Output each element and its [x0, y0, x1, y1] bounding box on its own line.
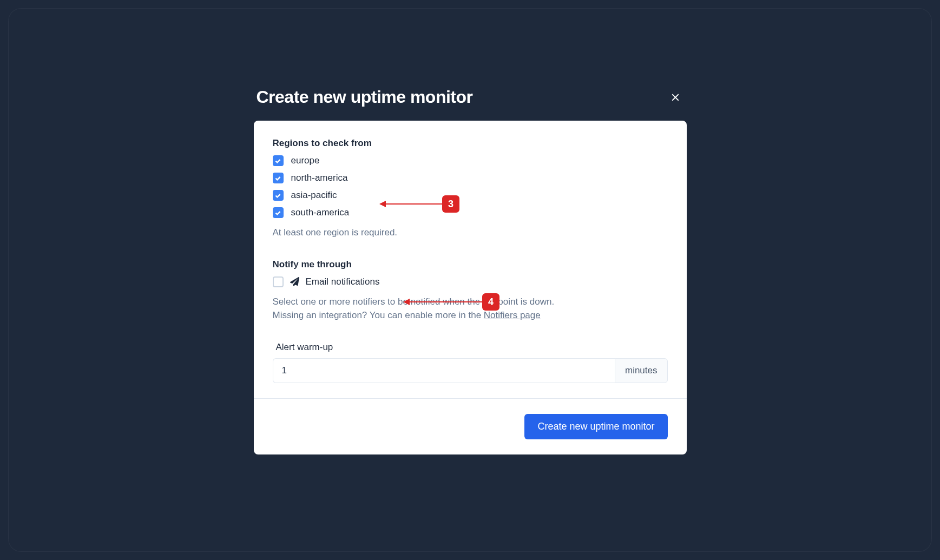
regions-checkbox-list: europe north-america — [273, 155, 668, 218]
checkbox-label: europe — [291, 155, 320, 166]
checkbox-label: south-america — [291, 207, 350, 218]
close-button[interactable] — [667, 89, 684, 106]
regions-section: Regions to check from europe — [273, 138, 668, 240]
modal-content: Regions to check from europe — [254, 121, 687, 398]
checkbox-icon — [273, 207, 284, 218]
paper-plane-icon — [290, 277, 299, 286]
checkbox-label: asia-pacific — [291, 190, 337, 201]
checkbox-icon — [273, 190, 284, 201]
notify-checkbox-email[interactable]: Email notifications — [273, 276, 668, 287]
notify-section: Notify me through Email notifications Se… — [273, 259, 668, 322]
checkbox-label: north-america — [291, 173, 348, 183]
modal-title: Create new uptime monitor — [257, 87, 473, 107]
notify-helper-line2-prefix: Missing an integration? You can enable m… — [273, 310, 484, 320]
regions-helper-text: At least one region is required. — [273, 226, 668, 240]
checkbox-icon — [273, 173, 284, 183]
regions-label: Regions to check from — [273, 138, 668, 149]
notify-helper-line1: Select one or more notifiers to be notif… — [273, 297, 555, 307]
page-background: Create new uptime monitor Regions to che… — [8, 8, 932, 552]
region-checkbox-north-america[interactable]: north-america — [273, 173, 668, 183]
alert-warmup-input-group: minutes — [273, 358, 668, 383]
modal-body: Regions to check from europe — [254, 121, 687, 454]
notifiers-page-link[interactable]: Notifiers page — [484, 310, 541, 320]
alert-warmup-unit: minutes — [615, 358, 668, 383]
close-icon — [669, 91, 681, 103]
region-checkbox-asia-pacific[interactable]: asia-pacific — [273, 190, 668, 201]
modal-wrapper: Create new uptime monitor Regions to che… — [254, 87, 687, 454]
notify-helper-text: Select one or more notifiers to be notif… — [273, 295, 668, 322]
checkbox-icon — [273, 155, 284, 166]
region-checkbox-europe[interactable]: europe — [273, 155, 668, 166]
alert-warmup-label: Alert warm-up — [276, 342, 668, 353]
notify-label: Notify me through — [273, 259, 668, 270]
submit-button[interactable]: Create new uptime monitor — [524, 414, 667, 439]
region-checkbox-south-america[interactable]: south-america — [273, 207, 668, 218]
modal-header: Create new uptime monitor — [254, 87, 687, 107]
alert-warmup-input[interactable] — [273, 358, 615, 383]
checkbox-icon — [273, 276, 284, 287]
notify-item-label: Email notifications — [306, 276, 380, 287]
modal-footer: Create new uptime monitor — [254, 398, 687, 454]
